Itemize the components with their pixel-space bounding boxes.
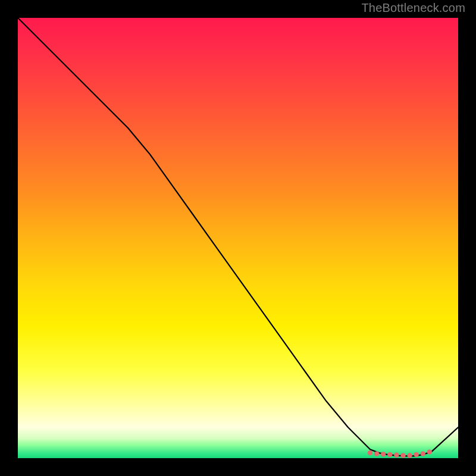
optimal-marker (394, 453, 399, 458)
optimal-marker (427, 449, 432, 454)
optimal-range-markers (368, 449, 432, 458)
optimal-marker (381, 452, 386, 456)
optimal-marker (421, 451, 425, 456)
optimal-marker (407, 453, 412, 458)
optimal-marker (374, 451, 379, 456)
chart-svg (18, 18, 458, 458)
optimal-marker (414, 452, 419, 457)
attribution-label: TheBottleneck.com (361, 1, 465, 15)
chart-frame: TheBottleneck.com (0, 0, 476, 476)
bottleneck-curve (18, 18, 458, 456)
optimal-marker (387, 452, 392, 457)
plot-area (18, 18, 458, 458)
optimal-marker (368, 450, 372, 455)
optimal-marker (400, 453, 405, 458)
